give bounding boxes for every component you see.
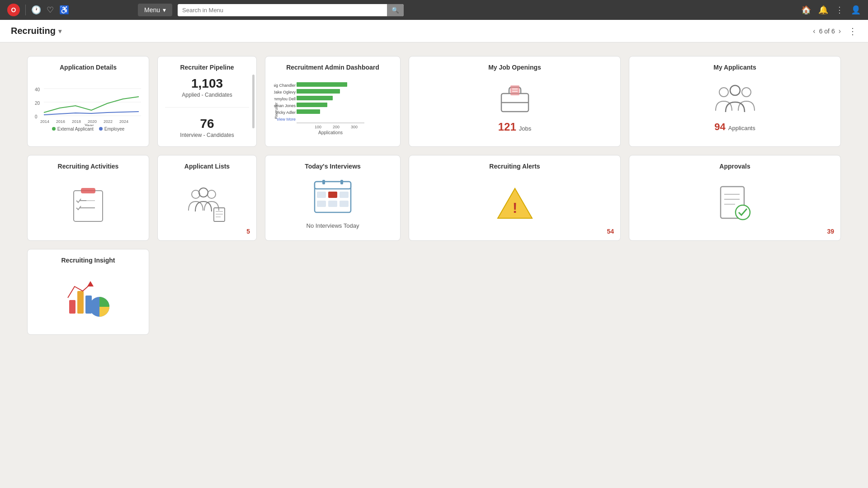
clock-icon[interactable]: 🕐: [31, 5, 41, 15]
top-navigation: O 🕐 ♡ ♿ Menu ▾ 🔍 🏠 🔔 ⋮ 👤: [0, 0, 868, 20]
tile-body-applicant-lists: [165, 174, 249, 233]
tile-recruiting-activities[interactable]: Recruiting Activities: [27, 155, 149, 241]
pipeline-applied: 1,103 Applied - Candidates: [182, 75, 232, 99]
tile-title-applicant-lists: Applicant Lists: [165, 163, 249, 170]
svg-rect-32: [510, 85, 519, 95]
svg-text:Craig Chandler: Craig Chandler: [274, 83, 296, 88]
recruiting-alerts-count: 54: [607, 228, 614, 235]
tile-body-recruiting-activities: [35, 174, 142, 233]
tile-body-my-job-openings: 121 Jobs: [416, 75, 613, 139]
svg-rect-21: [297, 103, 327, 107]
application-details-chart: 40 20 0 2014 2016 2018: [35, 83, 142, 124]
tile-title-recruiting-activities: Recruiting Activities: [35, 163, 142, 170]
insight-icon: [66, 277, 111, 318]
svg-rect-55: [328, 192, 337, 198]
tile-body-recruiting-alerts: !: [416, 174, 613, 233]
legend-employee: Employee: [99, 127, 124, 131]
accessibility-icon[interactable]: ♿: [59, 5, 69, 15]
approvals-icon: [717, 184, 753, 223]
job-openings-count-row: 121 Jobs: [498, 121, 532, 133]
people-icon: [715, 81, 755, 117]
tile-my-applicants[interactable]: My Applicants 94 Applicants: [629, 56, 841, 147]
tile-body-todays-interviews: No Interviews Today: [273, 174, 393, 233]
svg-rect-57: [317, 201, 326, 207]
svg-text:!: !: [512, 200, 517, 216]
tile-body-recruiting-insight: [35, 268, 142, 327]
tile-recruiter-pipeline[interactable]: Recruiter Pipeline 1,103 Applied - Candi…: [157, 56, 257, 147]
tile-application-details[interactable]: Application Details 40 20 0: [27, 56, 149, 147]
title-dropdown-icon[interactable]: ▾: [58, 28, 61, 35]
svg-rect-19: [297, 96, 333, 100]
svg-marker-70: [87, 281, 94, 286]
applicants-count-row: 94 Applicants: [714, 121, 755, 133]
menu-button[interactable]: Menu ▾: [138, 4, 172, 16]
calendar-icon: [312, 178, 353, 214]
no-interviews-label: No Interviews Today: [307, 222, 359, 229]
favorites-icon[interactable]: ♡: [47, 5, 54, 15]
tile-my-job-openings[interactable]: My Job Openings 121: [409, 56, 621, 147]
svg-rect-15: [297, 82, 347, 87]
page-more-icon[interactable]: ⋮: [848, 26, 857, 37]
svg-rect-23: [297, 109, 320, 114]
tile-body-recruiter-pipeline: 1,103 Applied - Candidates 76 Interview …: [165, 75, 249, 139]
svg-rect-51: [315, 182, 351, 189]
user-avatar[interactable]: 👤: [851, 5, 861, 15]
svg-rect-68: [77, 291, 84, 314]
svg-point-35: [719, 88, 728, 97]
tile-title-recruiting-alerts: Recruiting Alerts: [416, 163, 613, 170]
svg-text:100: 100: [315, 125, 321, 129]
page-header: Recruiting ▾ ‹ 6 of 6 › ⋮: [0, 20, 868, 42]
topnav-right-icons: 🏠 🔔 ⋮ 👤: [801, 5, 861, 15]
pagination-label: 6 of 6: [819, 28, 835, 35]
svg-rect-39: [81, 188, 95, 193]
svg-text:300: 300: [351, 125, 358, 129]
tile-recruiting-insight[interactable]: Recruiting Insight: [27, 249, 149, 335]
svg-rect-59: [340, 201, 349, 207]
tile-title-my-job-openings: My Job Openings: [416, 64, 613, 71]
svg-rect-46: [214, 208, 225, 221]
approvals-count: 39: [827, 228, 834, 235]
svg-rect-54: [317, 192, 326, 198]
svg-text:2022: 2022: [104, 119, 113, 124]
svg-text:2024: 2024: [119, 119, 128, 124]
home-icon[interactable]: 🏠: [801, 5, 811, 15]
tile-todays-interviews[interactable]: Today's Interviews: [265, 155, 401, 241]
briefcase-icon: [497, 81, 533, 117]
prev-page-button[interactable]: ‹: [813, 27, 815, 35]
svg-text:Year: Year: [85, 123, 94, 126]
tile-recruitment-admin-dashboard[interactable]: Recruitment Admin Dashboard Recruiter Cr…: [265, 56, 401, 147]
svg-text:Vicky Adler: Vicky Adler: [276, 110, 296, 115]
tile-approvals[interactable]: Approvals 39: [629, 155, 841, 241]
svg-text:20: 20: [35, 101, 40, 106]
applicant-lists-count: 5: [246, 228, 250, 235]
page-title[interactable]: Recruiting ▾: [11, 26, 61, 36]
dashboard: Application Details 40 20 0: [0, 42, 868, 357]
tile-title-todays-interviews: Today's Interviews: [273, 163, 393, 170]
svg-text:View More: View More: [277, 117, 296, 122]
svg-rect-58: [328, 201, 337, 207]
more-options-icon[interactable]: ⋮: [835, 5, 844, 15]
next-page-button[interactable]: ›: [839, 27, 841, 35]
tile-body-my-applicants: 94 Applicants: [637, 75, 833, 139]
svg-rect-67: [69, 300, 75, 314]
svg-text:Emmylou Dell: Emmylou Dell: [274, 97, 296, 101]
tile-body-application-details: 40 20 0 2014 2016 2018: [35, 75, 142, 139]
search-input[interactable]: [178, 4, 387, 16]
svg-rect-56: [340, 192, 349, 198]
scroll-indicator: [252, 75, 255, 128]
svg-rect-52: [322, 180, 325, 184]
nav-divider: [25, 5, 26, 15]
search-button[interactable]: 🔍: [387, 4, 404, 16]
svg-text:2014: 2014: [40, 119, 49, 124]
svg-text:Jake Oglevy: Jake Oglevy: [274, 90, 296, 94]
checklist-icon: [70, 183, 106, 224]
app-logo[interactable]: O: [7, 4, 20, 16]
tile-body-admin-dashboard: Recruiter Craig Chandler Jake Oglevy Emm…: [273, 75, 393, 139]
notifications-icon[interactable]: 🔔: [818, 5, 828, 15]
svg-text:2018: 2018: [72, 119, 81, 124]
tile-body-approvals: [637, 174, 833, 233]
tile-title-my-applicants: My Applicants: [637, 64, 833, 71]
tile-title-recruiter-pipeline: Recruiter Pipeline: [165, 64, 249, 71]
tile-recruiting-alerts[interactable]: Recruiting Alerts ! 54: [409, 155, 621, 241]
tile-applicant-lists[interactable]: Applicant Lists: [157, 155, 257, 241]
